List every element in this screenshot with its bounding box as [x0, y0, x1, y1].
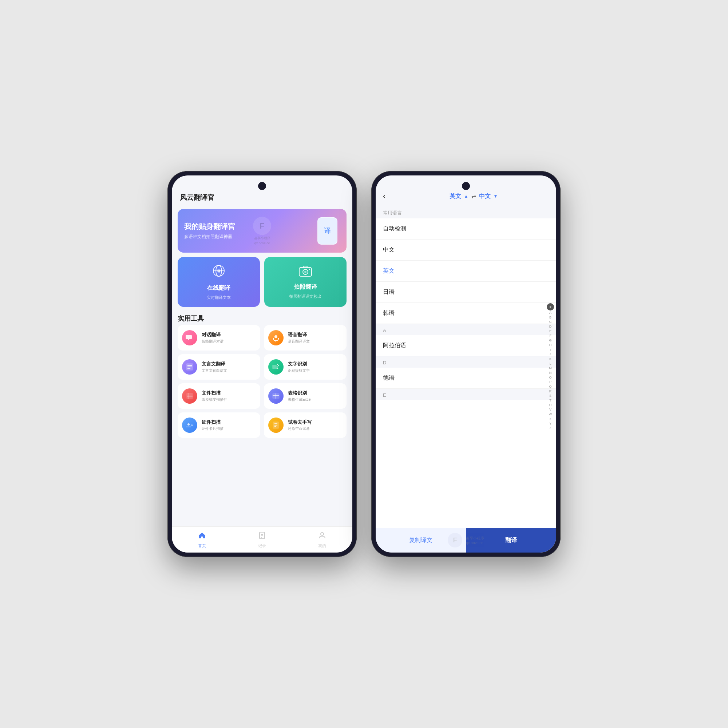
tool-row-1: 对话翻译 智能翻译对话 语音翻译	[177, 325, 347, 350]
alpha-f[interactable]: F	[549, 334, 551, 338]
dialog-name: 对话翻译	[202, 332, 223, 338]
alpha-d[interactable]: D	[549, 325, 552, 329]
alpha-m[interactable]: M	[549, 366, 552, 370]
lang-item-korean[interactable]: 韩语	[376, 303, 556, 324]
classical-name: 文言文翻译	[202, 361, 227, 367]
history-nav-icon	[258, 531, 266, 542]
id-desc: 证件卡片扫描	[202, 426, 223, 431]
table-name: 表格识别	[288, 390, 311, 396]
ocr-icon: 文	[268, 359, 284, 375]
alpha-z[interactable]: Z	[549, 426, 551, 431]
alpha-r[interactable]: R	[549, 390, 552, 394]
alpha-g[interactable]: G	[549, 338, 551, 343]
language-selector: 英文 ▲ ⇌ 中文 ▼	[398, 193, 549, 200]
alpha-q[interactable]: Q	[549, 385, 551, 389]
alpha-k[interactable]: K	[549, 357, 551, 361]
hero-banner[interactable]: 我的贴身翻译官 多语种文档拍照翻译神器 译 F 趣享小程序 qx.oovc.cc	[177, 209, 347, 252]
watermark-line1: 趣享小程序	[254, 236, 271, 241]
alpha-u[interactable]: U	[549, 403, 552, 408]
back-button[interactable]: ‹	[383, 191, 395, 201]
target-arrow: ▼	[494, 194, 498, 199]
table-info: 表格识别 表格生成Excel	[288, 390, 311, 402]
home-screen: 风云翻译官 我的贴身翻译官 多语种文档拍照翻译神器 译 F 趣享小程序 qx.o…	[172, 176, 352, 526]
nav-home[interactable]: 首页	[198, 531, 206, 549]
alpha-j[interactable]: J	[550, 352, 551, 357]
phone-illustration: 译	[317, 217, 337, 245]
nav-profile[interactable]: 我的	[318, 531, 327, 549]
tool-dialog[interactable]: 对话翻译 智能翻译对话	[177, 325, 260, 350]
photo-translate-btn[interactable]: 拍照翻译 拍照翻译译文秒出	[264, 257, 347, 307]
alpha-index[interactable]: # A B C D E F G H I J K L M N O P	[547, 303, 554, 431]
left-phone: 风云翻译官 我的贴身翻译官 多语种文档拍照翻译神器 译 F 趣享小程序 qx.o…	[167, 171, 357, 557]
scan-info: 文件扫描 纸质稿变扫描件	[202, 390, 227, 402]
alpha-v[interactable]: V	[549, 408, 551, 412]
online-translate-btn[interactable]: 译 在线翻译 实时翻译文本	[177, 257, 260, 307]
photo-translate-sub: 拍照翻译译文秒出	[289, 294, 321, 299]
alpha-t[interactable]: T	[549, 399, 551, 403]
tool-classical[interactable]: 文言文翻译 文言文转白话文	[177, 354, 260, 380]
tool-ocr[interactable]: 文 文字识别 识别提取文字	[264, 354, 347, 380]
app-title: 风云翻译官	[172, 176, 352, 206]
lang-item-auto[interactable]: 自动检测	[376, 219, 556, 240]
section-e-label: E	[376, 389, 556, 400]
alpha-s[interactable]: S	[549, 394, 551, 398]
tool-table[interactable]: 表格识别 表格生成Excel	[264, 383, 347, 409]
lang-header: ‹ 英文 ▲ ⇌ 中文 ▼	[376, 176, 556, 206]
tool-voice[interactable]: 语音翻译 录音翻译译文	[264, 325, 347, 350]
dialog-icon	[182, 330, 197, 346]
tools-grid: 对话翻译 智能翻译对话 语音翻译	[177, 325, 347, 442]
quick-actions: 译 在线翻译 实时翻译文本	[177, 257, 347, 307]
alpha-hash[interactable]: #	[547, 303, 554, 310]
tools-section-title: 实用工具	[172, 311, 352, 325]
banner-title: 我的贴身翻译官	[184, 222, 235, 231]
svg-text:译: 译	[217, 270, 220, 273]
nav-history[interactable]: 记录	[258, 531, 266, 549]
translate-icon-text: 译	[324, 226, 330, 235]
ocr-name: 文字识别	[288, 361, 310, 367]
alpha-y[interactable]: Y	[549, 422, 551, 426]
voice-info: 语音翻译 录音翻译译文	[288, 332, 310, 344]
online-translate-sub: 实时翻译文本	[207, 295, 231, 300]
alpha-i[interactable]: I	[550, 348, 551, 352]
tool-scan[interactable]: 文件扫描 纸质稿变扫描件	[177, 383, 260, 409]
swap-icon[interactable]: ⇌	[471, 193, 476, 200]
alpha-l[interactable]: L	[549, 362, 551, 366]
target-lang[interactable]: 中文	[479, 193, 491, 200]
dialog-desc: 智能翻译对话	[202, 339, 223, 344]
online-translate-title: 在线翻译	[207, 284, 230, 292]
svg-point-23	[187, 423, 190, 425]
left-notch	[258, 182, 266, 190]
dialog-info: 对话翻译 智能翻译对话	[202, 332, 223, 344]
voice-name: 语音翻译	[288, 332, 310, 338]
lang-item-german[interactable]: 德语	[376, 368, 556, 389]
tool-exam[interactable]: 试卷去手写 还原空白试卷	[264, 412, 347, 438]
exam-icon	[268, 418, 284, 433]
alpha-b[interactable]: B	[549, 316, 551, 320]
common-section-label: 常用语言	[376, 206, 556, 219]
id-icon	[182, 418, 197, 433]
tool-id[interactable]: 证件扫描 证件卡片扫描	[177, 412, 260, 438]
alpha-h[interactable]: H	[549, 343, 552, 348]
alpha-e[interactable]: E	[549, 329, 551, 334]
lang-item-japanese[interactable]: 日语	[376, 282, 556, 303]
scan-desc: 纸质稿变扫描件	[202, 397, 227, 402]
translate-btn[interactable]: 翻译	[466, 528, 556, 552]
alpha-a[interactable]: A	[549, 311, 551, 315]
tool-row-2: 文言文翻译 文言文转白话文 文 文字	[177, 354, 347, 380]
lang-item-arabic[interactable]: 阿拉伯语	[376, 335, 556, 356]
source-arrow: ▲	[464, 194, 468, 199]
watermark-line2: qx.oovc.cc	[254, 241, 270, 245]
profile-nav-icon	[318, 531, 327, 542]
lang-item-chinese[interactable]: 中文	[376, 240, 556, 261]
lang-item-english[interactable]: 英文	[376, 261, 556, 282]
alpha-o[interactable]: O	[549, 376, 551, 380]
copy-btn[interactable]: 复制译文	[376, 528, 466, 552]
alpha-p[interactable]: P	[549, 380, 551, 384]
source-lang[interactable]: 英文	[450, 193, 461, 200]
alpha-n[interactable]: N	[549, 371, 552, 375]
alpha-x[interactable]: X	[549, 417, 551, 422]
nav-home-label: 首页	[198, 543, 206, 549]
right-notch	[462, 182, 470, 190]
alpha-c[interactable]: C	[549, 320, 552, 324]
alpha-w[interactable]: W	[549, 412, 552, 417]
